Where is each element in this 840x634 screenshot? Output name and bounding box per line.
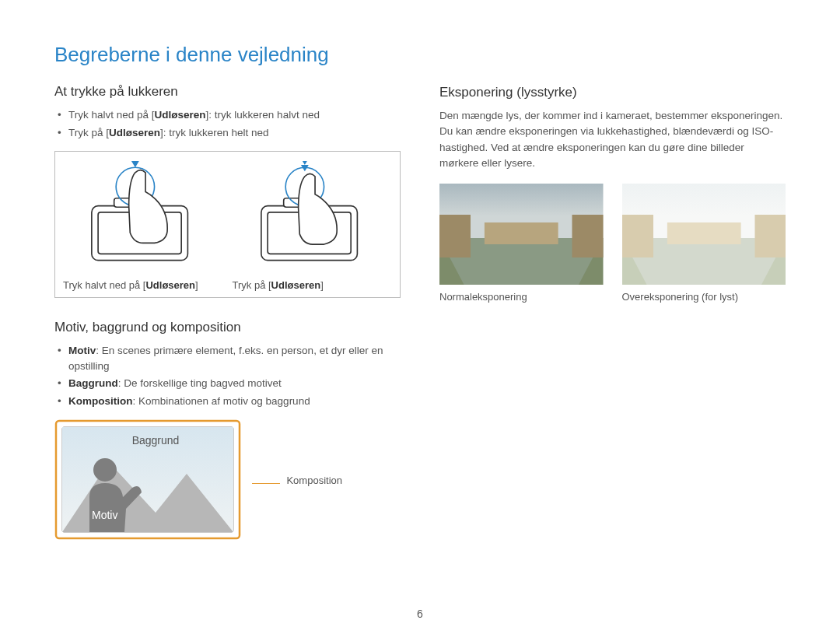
text-bold: Udløseren [271,279,321,291]
svg-rect-24 [622,215,653,257]
text: : Kombinationen af motiv og baggrund [133,395,310,407]
text: ] [195,279,198,291]
composition-bullet: Baggrund: De forskellige ting bagved mot… [58,376,401,391]
connector-line-icon [252,483,280,484]
composition-title: Motiv, baggrund og komposition [54,320,401,335]
exposure-title: Eksponering (lysstyrke) [439,85,786,100]
shutter-bullet: Tryk halvt ned på [Udløseren]: tryk lukk… [58,107,401,123]
label-komposition: Komposition [286,475,342,486]
text: Tryk på [ [68,127,109,138]
composition-side-label: Komposition [252,473,342,487]
exposure-over: Overeksponering (for lyst) [622,184,786,303]
left-column: Begreberne i denne vejledning At trykke … [54,43,401,540]
svg-rect-25 [754,215,786,257]
shutter-bullets: Tryk halvt ned på [Udløseren]: tryk lukk… [54,107,401,140]
camera-half-press-icon [63,161,223,270]
text-bold: Udløseren [155,109,206,121]
exposure-examples: Normaleksponering [439,184,786,303]
composition-bullets: Motiv: En scenes primære element, f.eks.… [54,343,401,408]
svg-rect-20 [485,222,558,244]
text-bold: Komposition [68,395,133,407]
svg-rect-26 [667,222,740,244]
caption: Tryk på [Udløseren] [233,279,393,291]
shutter-half-press: Tryk halvt ned på [Udløseren] [63,161,223,291]
shutter-bullet: Tryk på [Udløseren]: tryk lukkeren helt … [58,125,401,141]
svg-point-14 [93,458,117,482]
composition-bullet: Komposition: Kombinationen af motiv og b… [58,394,401,409]
camera-full-press-icon [233,161,393,270]
photo-normal-exposure [439,184,604,285]
exposure-normal: Normaleksponering [439,184,604,303]
shutter-full-press: Tryk på [Udløseren] [233,161,393,291]
text: Tryk på [ [233,279,271,291]
text: : En scenes primære element, f.eks. en p… [68,345,383,372]
svg-marker-9 [300,161,308,165]
shutter-diagram-box: Tryk halvt ned på [Udløseren] Tryk på [U… [54,151,401,298]
photo-over-exposure [622,184,786,285]
right-column: Eksponering (lysstyrke) Den mængde lys, … [439,43,786,540]
label-motiv: Motiv [92,509,117,521]
text: Tryk halvt ned på [ [63,279,145,291]
caption: Normaleksponering [439,291,604,303]
text: ]: tryk lukkeren halvt ned [206,109,320,121]
text-bold: Motiv [68,345,96,356]
page-title: Begreberne i denne vejledning [54,43,401,67]
text-bold: Udløseren [109,127,160,138]
svg-rect-18 [439,215,471,257]
text-bold: Udløseren [145,279,195,291]
caption: Overeksponering (for lyst) [622,291,786,303]
page-number: 6 [0,608,840,620]
text: ]: tryk lukkeren helt ned [160,127,269,138]
text: Tryk halvt ned på [ [68,109,155,121]
caption: Tryk halvt ned på [Udløseren] [63,279,223,291]
composition-diagram-row: Baggrund Motiv Komposition [54,419,401,540]
svg-rect-19 [572,215,604,257]
text: ] [320,279,324,291]
shutter-title: At trykke på lukkeren [54,84,401,100]
page-content: Begreberne i denne vejledning At trykke … [0,0,840,540]
svg-marker-4 [131,161,139,167]
composition-bullet: Motiv: En scenes primære element, f.eks.… [58,343,401,373]
text: : De forskellige ting bagved motivet [118,377,282,389]
composition-diagram: Baggrund Motiv [54,419,241,540]
label-baggrund: Baggrund [132,434,180,447]
exposure-paragraph: Den mængde lys, der kommer ind i kamerae… [439,108,786,171]
text-bold: Baggrund [68,377,118,389]
